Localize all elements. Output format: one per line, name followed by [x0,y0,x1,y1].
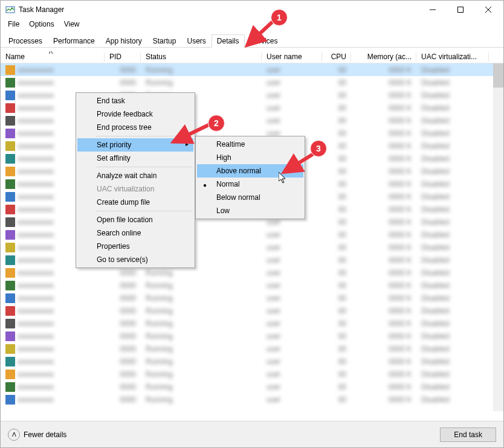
process-icon [5,344,15,354]
table-row[interactable]: xxxxxxxxxx0000Runninguser000000 KDisable… [1,266,503,279]
process-icon [5,243,15,252]
table-row[interactable]: xxxxxxxxxx0000Runninguser000000 KDisable… [1,279,503,292]
process-icon [5,395,15,405]
table-row[interactable]: xxxxxxxxxx0000Runninguser000000 KDisable… [1,317,503,330]
tab-startup[interactable]: Startup [147,34,182,48]
table-row[interactable]: xxxxxxxxxx0000Runninguser000000 KDisable… [1,393,503,406]
scroll-thumb[interactable] [493,63,503,88]
process-icon [5,192,15,202]
menu-item[interactable]: Provide feedback [77,107,193,121]
process-icon [5,141,15,151]
menu-item[interactable]: Low [197,204,303,217]
table-row[interactable]: xxxxxxxxxx0000Runninguser000000 KDisable… [1,380,503,393]
menu-item[interactable]: Open file location [77,213,193,226]
table-row[interactable]: xxxxxxxxxx0000Runninguser000000 KDisable… [1,63,503,76]
menu-item[interactable]: Go to service(s) [77,253,193,266]
process-icon [5,370,15,379]
table-row[interactable]: xxxxxxxxxx0000Runninguser000000 KDisable… [1,304,503,317]
cursor-icon [279,172,288,184]
menu-item[interactable]: Create dump file [77,196,193,209]
col-cpu[interactable]: CPU [322,51,351,63]
table-row[interactable]: xxxxxxxxxx0000Runninguser000000 KDisable… [1,330,503,342]
process-icon [5,78,15,88]
bottom-bar: ᐱ Fewer details End task [1,421,503,447]
process-icon [5,129,15,138]
menu-item[interactable]: Set affinity [77,152,193,165]
process-icon [5,331,15,341]
app-icon [5,5,15,14]
process-icon [5,154,15,164]
process-icon [5,205,15,214]
table-row[interactable]: xxxxxxxxxx0000Runninguser000000 KDisable… [1,292,503,304]
context-menu: End taskProvide feedbackEnd process tree… [76,92,195,268]
tab-details[interactable]: Details [212,34,245,48]
callout-1: 1 [271,9,288,26]
window-controls [419,1,502,19]
process-icon [5,103,15,113]
tab-users[interactable]: Users [181,34,211,48]
col-memory[interactable]: Memory (ac... [351,51,416,63]
table-row[interactable]: xxxxxxxxxx0000Runninguser000000 KDisable… [1,342,503,355]
process-icon [5,116,15,126]
arrow-red-1 [241,19,277,55]
process-icon [5,382,15,392]
callout-3: 3 [310,140,327,157]
process-icon [5,230,15,240]
process-icon [5,65,15,75]
process-icon [5,281,15,290]
process-icon [5,268,15,278]
end-task-button[interactable]: End task [440,427,496,442]
svg-line-6 [173,124,210,142]
table-row[interactable]: xxxxxxxxxx0000Runninguser000000 KDisable… [1,355,503,368]
menu-item: UAC virtualization [77,182,193,196]
menu-item[interactable]: Below normal [197,191,303,204]
process-icon [5,91,15,100]
table-row[interactable]: xxxxxxxxxx0000Runninguser000000 KDisable… [1,76,503,89]
tab-processes[interactable]: Processes [3,34,48,48]
scrollbar-vertical[interactable] [493,63,503,411]
col-pid[interactable]: PID [105,51,141,63]
process-icon [5,357,15,366]
menu-item[interactable]: Properties [77,240,193,253]
chevron-up-icon: ᐱ [8,429,20,441]
col-uac[interactable]: UAC virtualizati... [416,51,489,63]
window-title: Task Manager [19,5,419,14]
process-icon [5,167,15,176]
maximize-button[interactable] [447,1,474,19]
menu-view[interactable]: View [59,19,85,31]
arrow-red-2 [167,121,213,149]
minimize-button[interactable] [419,1,447,19]
callout-2: 2 [208,115,225,132]
svg-rect-2 [458,7,464,13]
fewer-details-label: Fewer details [24,430,66,439]
process-icon [5,217,15,227]
menu-options[interactable]: Options [24,19,59,31]
tab-performance[interactable]: Performance [48,34,100,48]
bullet-icon: ● [203,182,207,188]
process-icon [5,255,15,265]
fewer-details-button[interactable]: ᐱ Fewer details [8,429,66,441]
process-icon [5,319,15,328]
process-icon [5,179,15,189]
menu-item[interactable]: Analyze wait chain [77,169,193,182]
menu-file[interactable]: File [3,19,24,31]
menu-item[interactable]: End task [77,94,193,107]
menu-item[interactable]: Search online [77,226,193,240]
titlebar: Task Manager [1,1,503,19]
col-name[interactable]: Nameᐱ [1,51,105,63]
process-icon [5,306,15,316]
table-row[interactable]: xxxxxxxxxx0000Runninguser000000 KDisable… [1,368,503,380]
svg-line-7 [284,153,314,172]
tab-app-history[interactable]: App history [100,34,147,48]
sort-asc-icon: ᐱ [49,51,53,55]
svg-line-5 [247,22,273,45]
close-button[interactable] [474,1,502,19]
process-icon [5,293,15,303]
